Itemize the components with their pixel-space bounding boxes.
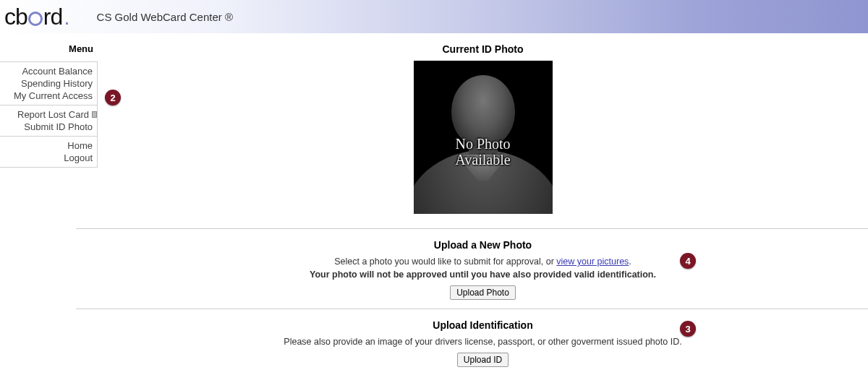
main-content: Current ID Photo No PhotoAvailable Uploa…: [98, 33, 868, 388]
menu-group-session: Home Logout: [0, 136, 98, 168]
sidebar-item-report-lost-card[interactable]: Report Lost Card: [17, 108, 90, 121]
upload-photo-instruction-text: Select a photo you would like to submit …: [334, 256, 556, 267]
section-upload-id: Upload Identification Please also provid…: [76, 309, 868, 376]
upload-id-button[interactable]: Upload ID: [457, 353, 509, 367]
sidebar-item-submit-id-photo[interactable]: Submit ID Photo: [0, 121, 97, 133]
upload-photo-heading: Upload a New Photo: [98, 239, 868, 251]
brand-logo: cbrd.: [4, 4, 69, 30]
upload-id-instruction: Please also provide an image of your dri…: [98, 337, 868, 347]
menu-group-card: Report Lost Card Submit ID Photo: [0, 105, 98, 136]
upload-photo-instruction-suffix: .: [629, 256, 631, 267]
current-photo-placeholder: No PhotoAvailable: [414, 61, 553, 214]
section-upload-photo: Upload a New Photo Select a photo you wo…: [76, 228, 868, 309]
upload-photo-button[interactable]: Upload Photo: [450, 285, 516, 300]
section-current-photo: Current ID Photo No PhotoAvailable: [98, 33, 868, 228]
app-title: CS Gold WebCard Center ®: [97, 11, 233, 23]
no-photo-text: No PhotoAvailable: [414, 136, 553, 168]
upload-photo-instruction: Select a photo you would like to submit …: [98, 256, 868, 267]
body: Menu Account Balance Spending History My…: [0, 33, 868, 388]
app-header: cbrd. CS Gold WebCard Center ®: [0, 0, 868, 33]
view-your-pictures-link[interactable]: view your pictures: [556, 256, 629, 267]
menu-heading: Menu: [0, 43, 98, 54]
sidebar-item-spending-history[interactable]: Spending History: [0, 77, 97, 90]
sidebar-item-my-current-access[interactable]: My Current Access: [0, 90, 97, 102]
upload-id-heading: Upload Identification: [98, 319, 868, 331]
sidebar-item-account-balance[interactable]: Account Balance: [0, 65, 97, 77]
sidebar-item-home[interactable]: Home: [0, 139, 97, 152]
upload-photo-warning: Your photo will not be approved until yo…: [98, 270, 868, 280]
current-photo-heading: Current ID Photo: [98, 43, 868, 55]
expand-handle-icon[interactable]: [92, 111, 97, 118]
menu-group-account: Account Balance Spending History My Curr…: [0, 61, 98, 105]
sidebar-item-logout[interactable]: Logout: [0, 152, 97, 164]
